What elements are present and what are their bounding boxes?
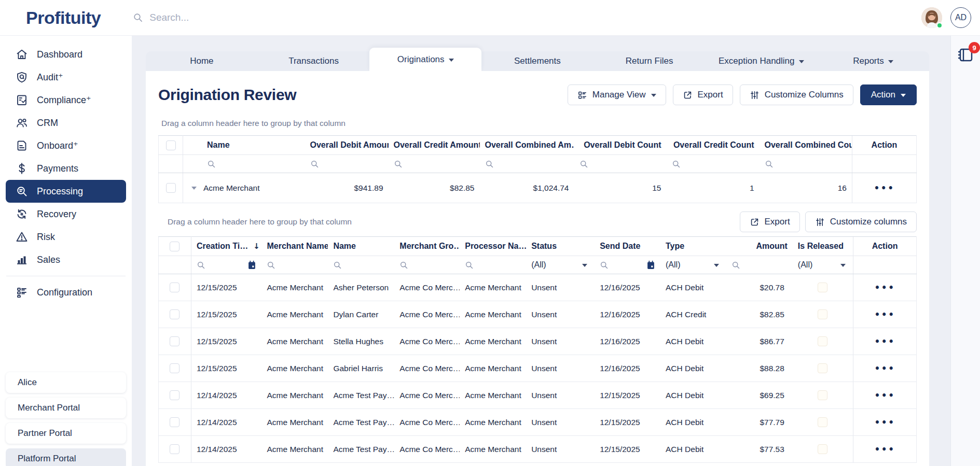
row-actions-button[interactable]: ••• bbox=[875, 336, 895, 347]
column-search-icon[interactable] bbox=[465, 261, 474, 270]
column-header-overall-credit-amount[interactable]: Overall Credit Amount bbox=[389, 136, 480, 155]
tab-reports[interactable]: Reports bbox=[817, 51, 929, 71]
column-search-icon[interactable] bbox=[310, 160, 319, 168]
group-by-drop-zone[interactable]: Drag a column header here to group by th… bbox=[161, 119, 917, 128]
is-released-checkbox[interactable] bbox=[818, 363, 827, 373]
calendar-filter-icon[interactable] bbox=[646, 260, 655, 270]
row-checkbox[interactable] bbox=[170, 417, 180, 427]
export-button[interactable]: Export bbox=[673, 84, 733, 105]
row-actions-button[interactable]: ••• bbox=[875, 444, 895, 455]
customize-columns-button[interactable]: Customize Columns bbox=[740, 84, 853, 105]
cell-overall-credit-amount: $82.85 bbox=[389, 173, 480, 203]
row-checkbox[interactable] bbox=[170, 363, 180, 373]
column-header-creation-time[interactable]: Creation Ti…↓ bbox=[191, 237, 261, 256]
column-search-icon[interactable] bbox=[600, 261, 609, 270]
column-header-overall-credit-count[interactable]: Overall Credit Count bbox=[667, 136, 760, 155]
is-released-checkbox[interactable] bbox=[818, 283, 827, 292]
column-search-icon[interactable] bbox=[333, 261, 342, 270]
column-header-is-released[interactable]: Is Released bbox=[793, 237, 853, 256]
is-released-checkbox[interactable] bbox=[818, 417, 827, 427]
tab-originations[interactable]: Originations bbox=[369, 48, 481, 71]
row-actions-button[interactable]: ••• bbox=[875, 283, 895, 293]
group-by-drop-zone-detail[interactable]: Drag a column header here to group by th… bbox=[168, 217, 352, 227]
column-header-merchant-name[interactable]: Merchant Name bbox=[261, 237, 328, 256]
sidebar-item-processing[interactable]: Processing bbox=[6, 180, 126, 203]
status-filter-dropdown[interactable]: (All) bbox=[531, 260, 589, 270]
sidebar-item-label: Onboard⁺ bbox=[37, 140, 78, 151]
portal-card-merchant[interactable]: Merchant Portal bbox=[6, 398, 126, 418]
action-button[interactable]: Action bbox=[860, 84, 917, 105]
row-checkbox[interactable] bbox=[170, 283, 180, 292]
sidebar-item-payments[interactable]: Payments bbox=[6, 157, 126, 180]
tab-settlements[interactable]: Settlements bbox=[481, 51, 593, 71]
column-search-icon[interactable] bbox=[579, 160, 588, 168]
detail-customize-columns-button[interactable]: Customize columns bbox=[805, 211, 917, 232]
column-search-icon[interactable] bbox=[197, 261, 205, 270]
is-released-checkbox[interactable] bbox=[818, 390, 827, 400]
row-actions-button[interactable]: ••• bbox=[875, 417, 895, 428]
user-avatar[interactable] bbox=[921, 7, 942, 28]
panel-toggle-button[interactable]: 9 bbox=[957, 47, 974, 63]
tab-return-files[interactable]: Return Files bbox=[593, 51, 706, 71]
row-checkbox[interactable] bbox=[170, 390, 180, 400]
is-released-filter-dropdown[interactable]: (All) bbox=[798, 260, 848, 270]
calendar-filter-icon[interactable] bbox=[247, 260, 256, 270]
sidebar-item-onboard[interactable]: Onboard⁺ bbox=[6, 134, 126, 157]
column-header-overall-combined-amount[interactable]: Overall Combined Am… bbox=[480, 136, 574, 155]
row-checkbox[interactable] bbox=[170, 309, 180, 319]
column-header-send-date[interactable]: Send Date bbox=[595, 237, 660, 256]
row-actions-button[interactable]: ••• bbox=[875, 390, 895, 401]
column-header-overall-combined-count[interactable]: Overall Combined Cou… bbox=[760, 136, 852, 155]
sidebar-item-configuration[interactable]: Configuration bbox=[6, 281, 126, 304]
column-header-amount[interactable]: Amount bbox=[726, 237, 793, 256]
column-header-name[interactable]: Name bbox=[328, 237, 394, 256]
tab-transactions[interactable]: Transactions bbox=[258, 51, 370, 71]
sidebar-item-risk[interactable]: Risk bbox=[6, 225, 126, 248]
column-search-icon[interactable] bbox=[672, 160, 681, 168]
select-all-checkbox[interactable] bbox=[170, 242, 180, 251]
row-actions-button[interactable]: ••• bbox=[875, 363, 895, 374]
is-released-checkbox[interactable] bbox=[818, 444, 827, 454]
row-expand-caret-icon[interactable] bbox=[191, 187, 197, 190]
column-search-icon[interactable] bbox=[731, 261, 740, 270]
column-header-processor-name[interactable]: Processor Na… bbox=[460, 237, 526, 256]
row-actions-button[interactable]: ••• bbox=[875, 309, 895, 320]
sidebar-item-crm[interactable]: CRM bbox=[6, 111, 126, 134]
sidebar-item-recovery[interactable]: Recovery bbox=[6, 203, 126, 225]
column-search-icon[interactable] bbox=[485, 160, 494, 168]
sidebar-item-compliance[interactable]: Compliance⁺ bbox=[6, 89, 126, 111]
portal-card-partner[interactable]: Partner Portal bbox=[6, 423, 126, 444]
row-actions-button[interactable]: ••• bbox=[874, 183, 894, 193]
tab-home[interactable]: Home bbox=[146, 51, 258, 71]
row-checkbox[interactable] bbox=[166, 183, 176, 193]
portal-card-platform[interactable]: Platform Portal bbox=[6, 448, 126, 466]
column-header-status[interactable]: Status bbox=[526, 237, 595, 256]
sidebar-item-sales[interactable]: Sales bbox=[6, 248, 126, 271]
column-header-overall-debit-amount[interactable]: Overall Debit Amount bbox=[305, 136, 389, 155]
cell-type: ACH Debit bbox=[660, 355, 726, 382]
tab-exception-handling[interactable]: Exception Handling bbox=[705, 51, 817, 71]
sort-descending-icon[interactable]: ↓ bbox=[253, 242, 260, 251]
select-all-checkbox[interactable] bbox=[166, 140, 176, 150]
column-header-merchant-group[interactable]: Merchant Gro… bbox=[394, 237, 460, 256]
column-search-icon[interactable] bbox=[399, 261, 408, 270]
column-search-icon[interactable] bbox=[765, 160, 774, 168]
type-filter-dropdown[interactable]: (All) bbox=[666, 260, 721, 270]
is-released-checkbox[interactable] bbox=[818, 336, 827, 346]
row-checkbox[interactable] bbox=[170, 444, 180, 454]
manage-view-button[interactable]: Manage View bbox=[568, 84, 666, 105]
portal-card-alice[interactable]: Alice bbox=[6, 372, 126, 393]
column-search-icon[interactable] bbox=[267, 261, 275, 270]
column-header-overall-debit-count[interactable]: Overall Debit Count bbox=[574, 136, 667, 155]
is-released-checkbox[interactable] bbox=[818, 309, 827, 319]
column-header-type[interactable]: Type bbox=[660, 237, 726, 256]
column-header-name[interactable]: Name bbox=[183, 136, 305, 155]
row-checkbox[interactable] bbox=[170, 336, 180, 346]
column-search-icon[interactable] bbox=[394, 160, 403, 168]
detail-export-button[interactable]: Export bbox=[740, 211, 800, 232]
sidebar-item-audit[interactable]: Audit⁺ bbox=[6, 66, 126, 89]
account-initials-badge[interactable]: AD bbox=[950, 7, 971, 28]
search-input[interactable] bbox=[149, 12, 315, 23]
column-search-icon[interactable] bbox=[207, 160, 216, 168]
sidebar-item-dashboard[interactable]: Dashboard bbox=[6, 43, 126, 66]
